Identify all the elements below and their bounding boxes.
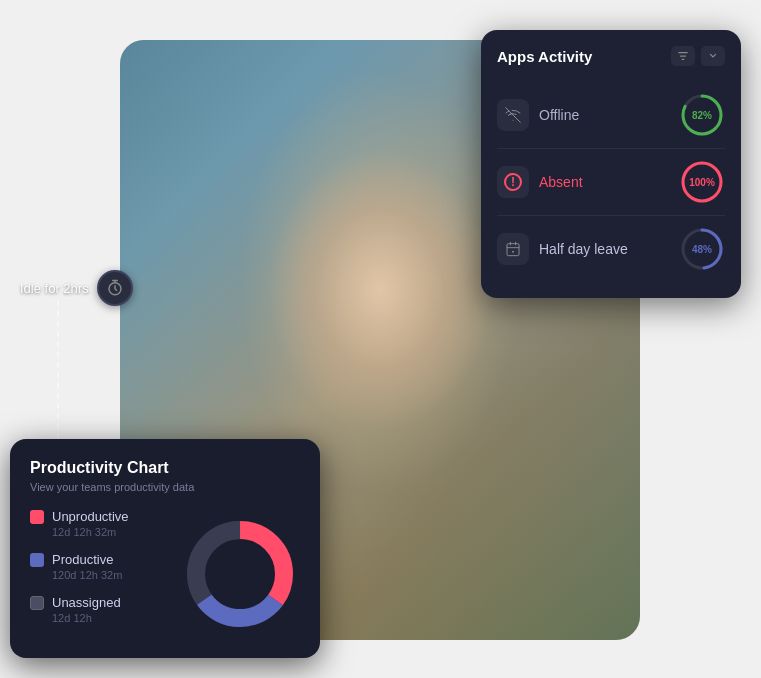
- productive-dot: [30, 553, 44, 567]
- offline-ring: 82%: [679, 92, 725, 138]
- absent-icon-container: !: [497, 166, 529, 198]
- filter-icon: [678, 51, 688, 61]
- main-scene: Idle for 2hrs Apps Activity: [0, 0, 761, 678]
- chart-legend: Unproductive 12d 12h 32m Productive 120d…: [30, 509, 164, 638]
- productive-time: 120d 12h 32m: [52, 569, 164, 581]
- filter-button[interactable]: [671, 46, 695, 66]
- legend-row-unproductive: Unproductive: [30, 509, 164, 524]
- legend-item-unassigned: Unassigned 12d 12h: [30, 595, 164, 624]
- chevron-down-icon: [708, 51, 718, 61]
- halfday-ring: 48%: [679, 226, 725, 272]
- halfday-icon-container: [497, 233, 529, 265]
- productivity-subtitle: View your teams productivity data: [30, 481, 300, 493]
- svg-rect-5: [507, 244, 519, 256]
- idle-indicator: Idle for 2hrs: [20, 270, 133, 306]
- donut-chart: [180, 514, 300, 634]
- legend-row-unassigned: Unassigned: [30, 595, 164, 610]
- legend-item-productive: Productive 120d 12h 32m: [30, 552, 164, 581]
- legend-row-productive: Productive: [30, 552, 164, 567]
- idle-label: Idle for 2hrs: [20, 281, 89, 296]
- activity-row-absent: ! Absent 100%: [497, 149, 725, 216]
- dashed-connector: [57, 290, 59, 450]
- idle-icon-circle: [97, 270, 133, 306]
- apps-activity-card: Apps Activity O: [481, 30, 741, 298]
- unproductive-dot: [30, 510, 44, 524]
- productivity-title: Productivity Chart: [30, 459, 300, 477]
- calendar-icon: [505, 241, 521, 257]
- unproductive-label: Unproductive: [52, 509, 129, 524]
- legend-item-unproductive: Unproductive 12d 12h 32m: [30, 509, 164, 538]
- productive-label: Productive: [52, 552, 113, 567]
- unproductive-time: 12d 12h 32m: [52, 526, 164, 538]
- alert-circle-icon: !: [504, 173, 522, 191]
- halfday-label: Half day leave: [539, 241, 679, 257]
- header-controls: [671, 46, 725, 66]
- activity-row-offline: Offline 82%: [497, 82, 725, 149]
- absent-label: Absent: [539, 174, 679, 190]
- timer-icon: [106, 279, 124, 297]
- unassigned-label: Unassigned: [52, 595, 121, 610]
- absent-percent: 100%: [689, 177, 715, 188]
- productivity-content: Unproductive 12d 12h 32m Productive 120d…: [30, 509, 300, 638]
- dropdown-button[interactable]: [701, 46, 725, 66]
- svg-point-13: [206, 540, 274, 608]
- unassigned-dot: [30, 596, 44, 610]
- productivity-chart-card: Productivity Chart View your teams produ…: [10, 439, 320, 658]
- offline-label: Offline: [539, 107, 679, 123]
- offline-percent: 82%: [692, 110, 712, 121]
- halfday-percent: 48%: [692, 244, 712, 255]
- activity-row-halfday: Half day leave 48%: [497, 216, 725, 282]
- wifi-off-icon: [505, 107, 521, 123]
- unassigned-time: 12d 12h: [52, 612, 164, 624]
- offline-icon-container: [497, 99, 529, 131]
- apps-activity-title: Apps Activity: [497, 48, 592, 65]
- svg-point-6: [512, 251, 514, 253]
- absent-ring: 100%: [679, 159, 725, 205]
- apps-activity-header: Apps Activity: [497, 46, 725, 66]
